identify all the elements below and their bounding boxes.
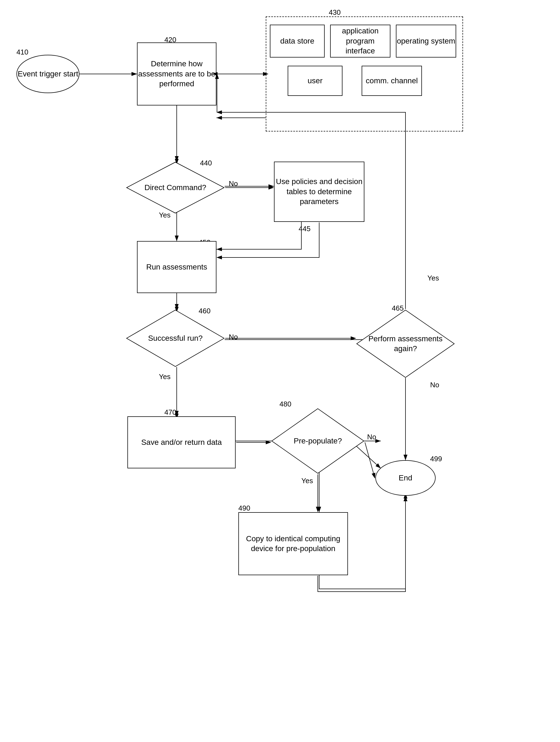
yes-run-label: Yes [159,372,170,381]
label-440: 440 [200,159,212,167]
use-policies-label: Use policies and decision tables to dete… [274,177,364,207]
event-trigger-node: Event trigger start [16,55,80,93]
no-run-label: No [229,333,238,341]
save-return-node: Save and/or return data [128,416,236,468]
label-420: 420 [164,36,176,44]
yes-perform-label: Yes [427,274,439,282]
prepopulate-node: Pre-populate? [271,408,364,474]
successful-run-label: Successful run? [148,333,202,343]
successful-run-node: Successful run? [126,310,225,367]
no-perform-label: No [430,381,439,389]
label-430: 430 [329,8,341,17]
use-policies-node: Use policies and decision tables to dete… [274,162,364,222]
yes-direct-label: Yes [159,211,170,219]
run-assessments-label: Run assessments [146,262,207,272]
data-store-node: data store [270,24,325,57]
yes-prepop-label: Yes [301,477,313,485]
label-445: 445 [299,225,310,233]
label-410: 410 [16,48,28,56]
save-return-label: Save and/or return data [141,437,222,447]
prepopulate-label: Pre-populate? [294,436,342,446]
label-465: 465 [392,304,404,313]
event-trigger-label: Event trigger start [18,69,79,79]
comm-channel-node: comm. channel [362,66,422,96]
perform-again-label: Perform assessments again? [356,334,455,354]
no-direct-label: No [229,179,238,188]
user-node: user [288,66,343,96]
label-460: 460 [199,307,210,315]
determine-label: Determine how assessments are to be perf… [138,59,216,89]
end-label: End [399,473,412,483]
no-prepop-label: No [367,433,376,441]
label-470: 470 [164,408,176,417]
svg-line-31 [365,442,375,478]
os-node: operating system [396,24,456,57]
api-node: application program interface [330,24,391,57]
label-490: 490 [238,504,250,513]
end-node: End [375,460,436,496]
copy-label: Copy to identical computing device for p… [239,534,347,554]
label-480: 480 [279,400,291,408]
label-499: 499 [430,455,442,463]
determine-node: Determine how assessments are to be perf… [137,43,216,105]
perform-again-node: Perform assessments again? [356,310,455,378]
direct-command-node: Direct Command? [126,162,225,214]
flowchart-diagram: Event trigger start 410 Determine how as… [0,0,560,742]
copy-node: Copy to identical computing device for p… [238,512,348,575]
direct-command-label: Direct Command? [144,183,206,193]
run-assessments-node: Run assessments [137,241,216,293]
